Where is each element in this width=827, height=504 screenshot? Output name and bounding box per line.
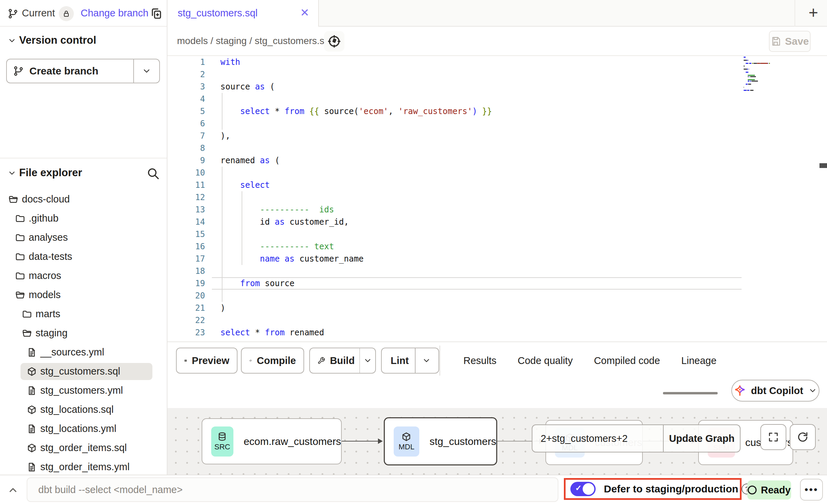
file-tree-item--sources-yml[interactable]: __sources.yml (0, 343, 167, 362)
code-line-7[interactable]: 7), (167, 130, 827, 142)
code-line-16[interactable]: 16 ---------- text (167, 240, 827, 253)
file-tree-item-stg-customers-sql[interactable]: stg_customers.sql (0, 362, 167, 381)
code-line-14[interactable]: 14 id as customer_id, (167, 216, 827, 228)
folder-icon (15, 213, 25, 224)
line-number: 16 (167, 240, 205, 253)
file-tree-item--github[interactable]: .github (0, 209, 167, 228)
line-number: 3 (167, 81, 205, 93)
code-line-12[interactable]: 12 (167, 191, 827, 204)
code-line-4[interactable]: 4 (167, 93, 827, 105)
compass-button[interactable] (324, 31, 344, 52)
tab-stg-customers-sql[interactable]: stg_customers.sql ✕ (167, 0, 319, 27)
file-tree-item-models[interactable]: models (0, 285, 167, 305)
code-line-21[interactable]: 21) (167, 302, 827, 314)
chevron-up-icon[interactable] (6, 484, 20, 497)
file-icon (27, 424, 37, 434)
search-icon[interactable] (146, 167, 160, 180)
file-tree-item-stg-customers-yml[interactable]: stg_customers.yml (0, 381, 167, 400)
code-line-15[interactable]: 15 (167, 228, 827, 240)
tabbar-divider (795, 0, 795, 27)
file-tree-item-macros[interactable]: macros (0, 266, 167, 285)
refresh-button[interactable] (790, 424, 816, 450)
badge-label: MDL (398, 443, 414, 451)
tab-results[interactable]: Results (463, 355, 497, 366)
lineage-node-stg-customers[interactable]: MDL stg_customers (384, 417, 497, 465)
command-input[interactable]: dbt build --select <model_name> (27, 477, 558, 502)
code-icon (249, 355, 252, 366)
status-badge: Ready (747, 480, 791, 500)
code-line-6[interactable]: 6 (167, 117, 827, 130)
code-line-5[interactable]: 5 select * from {{ source('ecom', 'raw_c… (167, 105, 827, 117)
defer-toggle[interactable]: ✓ (570, 482, 596, 496)
database-icon (217, 432, 227, 442)
lineage-node-source[interactable]: SRC ecom.raw_customers (202, 418, 342, 464)
code-line-10[interactable]: 10 (167, 167, 827, 179)
overflow-menu-button[interactable]: ••• (800, 479, 823, 501)
line-number: 7 (167, 130, 205, 142)
line-number: 4 (167, 93, 205, 105)
lineage-canvas[interactable]: SRC ecom.raw_customers MDL stg_customers… (167, 408, 827, 475)
copy-icon[interactable] (150, 7, 163, 20)
file-explorer-header[interactable]: File explorer (0, 166, 167, 182)
preview-button[interactable]: Preview (176, 348, 238, 374)
update-graph-button[interactable]: Update Graph (664, 425, 740, 452)
file-tree-item-marts[interactable]: marts (0, 305, 167, 324)
file-tree-item-analyses[interactable]: analyses (0, 228, 167, 247)
code-line-19[interactable]: 19 from source (167, 277, 827, 290)
tab-compiled-code[interactable]: Compiled code (594, 355, 660, 366)
chevron-down-icon (8, 169, 16, 178)
model-icon (27, 366, 37, 377)
version-control-header[interactable]: Version control (0, 33, 167, 48)
code-text: with (220, 56, 240, 68)
file-tree: docs-cloud.githubanalysesdata-testsmacro… (0, 190, 167, 477)
code-text: select (220, 179, 270, 191)
file-tree-item-docs-cloud[interactable]: docs-cloud (0, 190, 167, 209)
code-line-11[interactable]: 11 select (167, 179, 827, 191)
file-tree-label: docs-cloud (22, 194, 70, 205)
compile-button[interactable]: Compile (241, 348, 304, 374)
save-button[interactable]: Save (769, 31, 811, 52)
file-tree-item-staging[interactable]: staging (0, 324, 167, 343)
file-tree-label: __sources.yml (40, 347, 104, 358)
build-button[interactable]: Build (309, 348, 376, 374)
code-editor[interactable]: 1with23source as (45 select * from {{ so… (167, 56, 827, 341)
create-branch-caret[interactable] (134, 66, 159, 76)
fullscreen-button[interactable] (760, 424, 786, 450)
code-line-2[interactable]: 2 (167, 68, 827, 81)
lint-caret[interactable] (416, 356, 437, 365)
code-line-3[interactable]: 3source as ( (167, 81, 827, 93)
lint-button[interactable]: Lint (381, 348, 439, 374)
lineage-selector-bar: 2+stg_customers+2 Update Graph (532, 424, 741, 452)
file-tree-item-data-tests[interactable]: data-tests (0, 247, 167, 266)
tab-lineage-active[interactable]: Lineage (681, 355, 716, 366)
main-area: stg_customers.sql ✕ + models / staging /… (167, 0, 827, 475)
file-tree-item-stg-order-items-sql[interactable]: stg_order_items.sql (0, 438, 167, 458)
file-tree-label: .github (29, 213, 58, 224)
create-branch-button[interactable]: Create branch (6, 59, 160, 83)
save-label: Save (785, 36, 809, 47)
file-tree-item-stg-order-items-yml[interactable]: stg_order_items.yml (0, 458, 167, 477)
file-tree-item-stg-locations-yml[interactable]: stg_locations.yml (0, 419, 167, 438)
code-line-22[interactable]: 22 (167, 314, 827, 326)
lineage-selector-input[interactable]: 2+stg_customers+2 (532, 425, 663, 452)
code-line-17[interactable]: 17 name as customer_name (167, 253, 827, 265)
code-text: select * from renamed (220, 326, 324, 339)
breadcrumb-row: models / staging / stg_customers.sql Sav… (167, 27, 827, 56)
close-tab-icon[interactable]: ✕ (300, 6, 309, 19)
git-branch-icon (8, 8, 18, 19)
code-line-20[interactable]: 20 (167, 290, 827, 302)
code-line-23[interactable]: 23select * from renamed (167, 326, 827, 339)
code-line-9[interactable]: 9renamed as ( (167, 154, 827, 167)
code-line-13[interactable]: 13 ---------- ids (167, 204, 827, 216)
file-tree-item-stg-locations-sql[interactable]: stg_locations.sql (0, 400, 167, 419)
line-number: 14 (167, 216, 205, 228)
code-line-1[interactable]: 1with (167, 56, 827, 68)
dbt-copilot-button[interactable]: dbt Copilot (731, 380, 819, 402)
sidebar-divider (0, 158, 167, 158)
build-caret[interactable] (360, 356, 375, 365)
new-tab-button[interactable]: + (804, 3, 823, 23)
change-branch-link[interactable]: Change branch (81, 8, 148, 19)
tab-code-quality[interactable]: Code quality (518, 355, 573, 366)
code-line-8[interactable]: 8 (167, 142, 827, 154)
code-line-18[interactable]: 18 (167, 265, 827, 277)
